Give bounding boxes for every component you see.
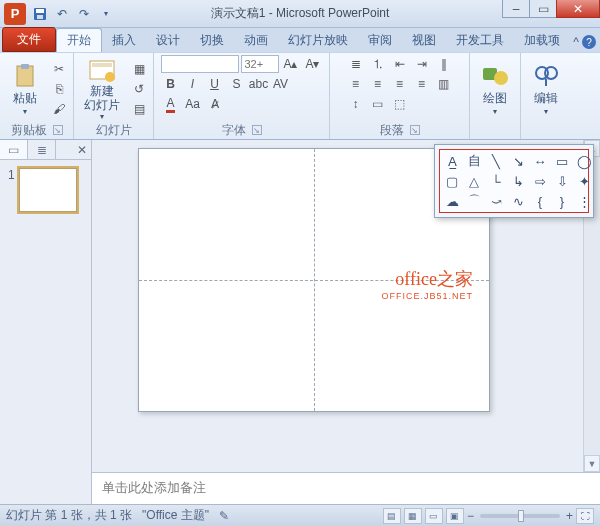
new-slide-button[interactable]: 新建 幻灯片 ▾ — [78, 55, 126, 122]
save-icon[interactable] — [30, 4, 50, 24]
shape-textbox-icon[interactable]: A̲ — [442, 152, 462, 170]
tab-developer[interactable]: 开发工具 — [446, 29, 514, 52]
tab-animations[interactable]: 动画 — [234, 29, 278, 52]
text-direction-icon[interactable]: ↕ — [346, 95, 366, 113]
paste-button[interactable]: 粘贴 ▾ — [4, 60, 46, 118]
shape-elbow-icon[interactable]: └ — [486, 172, 506, 190]
shrink-font-icon[interactable]: A▾ — [303, 55, 323, 73]
shape-rect-icon[interactable]: ▭ — [552, 152, 572, 170]
numbering-icon[interactable]: ⒈ — [368, 55, 388, 73]
underline-icon[interactable]: U — [205, 75, 225, 93]
italic-icon[interactable]: I — [183, 75, 203, 93]
tab-design[interactable]: 设计 — [146, 29, 190, 52]
grow-font-icon[interactable]: A▴ — [281, 55, 301, 73]
shape-vtextbox-icon[interactable]: ⾃ — [464, 152, 484, 170]
shadow-icon[interactable]: abc — [249, 75, 269, 93]
slides-tab-icon[interactable]: ▭ — [0, 140, 28, 159]
columns-icon[interactable]: ▥ — [434, 75, 454, 93]
indent-dec-icon[interactable]: ⇤ — [390, 55, 410, 73]
shape-roundrect-icon[interactable]: ▢ — [442, 172, 462, 190]
dialog-launcher-icon[interactable]: ↘ — [410, 125, 420, 135]
zoom-slider[interactable] — [480, 514, 560, 518]
format-painter-icon[interactable]: 🖌 — [49, 100, 69, 118]
minimize-button[interactable]: – — [502, 0, 530, 18]
redo-icon[interactable]: ↷ — [74, 4, 94, 24]
spacing-icon[interactable]: AV — [271, 75, 291, 93]
close-button[interactable]: ✕ — [556, 0, 600, 18]
strike-icon[interactable]: S — [227, 75, 247, 93]
drawing-button[interactable]: 绘图 ▾ — [474, 60, 516, 118]
zoom-out-icon[interactable]: − — [467, 509, 474, 523]
align-text-icon[interactable]: ▭ — [368, 95, 388, 113]
reading-view-icon[interactable]: ▭ — [425, 508, 443, 524]
shape-cloud-icon[interactable]: ☁ — [442, 192, 462, 210]
font-name-input[interactable] — [161, 55, 239, 73]
indent-inc-icon[interactable]: ⇥ — [412, 55, 432, 73]
tab-slideshow[interactable]: 幻灯片放映 — [278, 29, 358, 52]
maximize-button[interactable]: ▭ — [529, 0, 557, 18]
quick-access-toolbar: ↶ ↷ ▾ — [30, 4, 116, 24]
shape-star-icon[interactable]: ✦ — [574, 172, 594, 190]
file-tab[interactable]: 文件 — [2, 27, 56, 52]
paste-label: 粘贴 — [13, 90, 37, 107]
shape-arrowdown-icon[interactable]: ⇩ — [552, 172, 572, 190]
align-left-icon[interactable]: ≡ — [346, 75, 366, 93]
zoom-thumb[interactable] — [518, 510, 524, 522]
cut-icon[interactable]: ✂ — [49, 60, 69, 78]
tab-addins[interactable]: 加载项 — [514, 29, 570, 52]
shape-arrowright-icon[interactable]: ⇨ — [530, 172, 550, 190]
dialog-launcher-icon[interactable]: ↘ — [53, 125, 63, 135]
fit-window-icon[interactable]: ⛶ — [576, 508, 594, 524]
pane-close-icon[interactable]: ✕ — [73, 140, 91, 159]
sorter-view-icon[interactable]: ▦ — [404, 508, 422, 524]
tab-home[interactable]: 开始 — [56, 28, 102, 52]
language-icon[interactable]: ✎ — [219, 509, 229, 523]
editing-button[interactable]: 编辑 ▾ — [525, 60, 567, 118]
clear-format-icon[interactable]: A̷ — [205, 95, 225, 113]
shape-more-icon[interactable]: ⋮ — [574, 192, 594, 210]
tab-transitions[interactable]: 切换 — [190, 29, 234, 52]
shape-elbowarrow-icon[interactable]: ↳ — [508, 172, 528, 190]
shape-oval-icon[interactable]: ◯ — [574, 152, 594, 170]
tab-view[interactable]: 视图 — [402, 29, 446, 52]
bold-icon[interactable]: B — [161, 75, 181, 93]
smartart-icon[interactable]: ⬚ — [390, 95, 410, 113]
help-icon[interactable]: ? — [582, 35, 596, 49]
line-spacing-icon[interactable]: ‖ — [434, 55, 454, 73]
slideshow-view-icon[interactable]: ▣ — [446, 508, 464, 524]
shape-curve-icon[interactable]: ∿ — [508, 192, 528, 210]
font-size-input[interactable] — [241, 55, 279, 73]
zoom-in-icon[interactable]: + — [566, 509, 573, 523]
shape-connector1-icon[interactable]: ⌒ — [464, 192, 484, 210]
shape-doublearrow-icon[interactable]: ↔ — [530, 152, 550, 170]
font-group-label: 字体 — [222, 122, 246, 139]
dialog-launcher-icon[interactable]: ↘ — [252, 125, 262, 135]
shape-line-icon[interactable]: ╲ — [486, 152, 506, 170]
shape-connector2-icon[interactable]: ⤻ — [486, 192, 506, 210]
minimize-ribbon-icon[interactable]: ^ — [573, 35, 579, 49]
shape-leftbrace-icon[interactable]: { — [530, 192, 550, 210]
change-case-icon[interactable]: Aa — [183, 95, 203, 113]
align-right-icon[interactable]: ≡ — [390, 75, 410, 93]
scroll-down-icon[interactable]: ▼ — [584, 455, 600, 472]
shape-triangle-icon[interactable]: △ — [464, 172, 484, 190]
undo-icon[interactable]: ↶ — [52, 4, 72, 24]
shape-rightbrace-icon[interactable]: } — [552, 192, 572, 210]
font-color-icon[interactable]: A — [161, 95, 181, 113]
slide-thumbnail[interactable] — [19, 168, 77, 212]
justify-icon[interactable]: ≡ — [412, 75, 432, 93]
bullets-icon[interactable]: ≣ — [346, 55, 366, 73]
normal-view-icon[interactable]: ▤ — [383, 508, 401, 524]
reset-icon[interactable]: ↺ — [129, 80, 149, 98]
layout-icon[interactable]: ▦ — [129, 60, 149, 78]
align-center-icon[interactable]: ≡ — [368, 75, 388, 93]
copy-icon[interactable]: ⎘ — [49, 80, 69, 98]
tab-insert[interactable]: 插入 — [102, 29, 146, 52]
section-icon[interactable]: ▤ — [129, 100, 149, 118]
tab-review[interactable]: 审阅 — [358, 29, 402, 52]
notes-pane[interactable]: 单击此处添加备注 — [92, 472, 600, 504]
app-icon[interactable]: P — [4, 3, 26, 25]
shape-arrowline-icon[interactable]: ↘ — [508, 152, 528, 170]
outline-tab-icon[interactable]: ≣ — [28, 140, 56, 159]
qat-dropdown-icon[interactable]: ▾ — [96, 4, 116, 24]
